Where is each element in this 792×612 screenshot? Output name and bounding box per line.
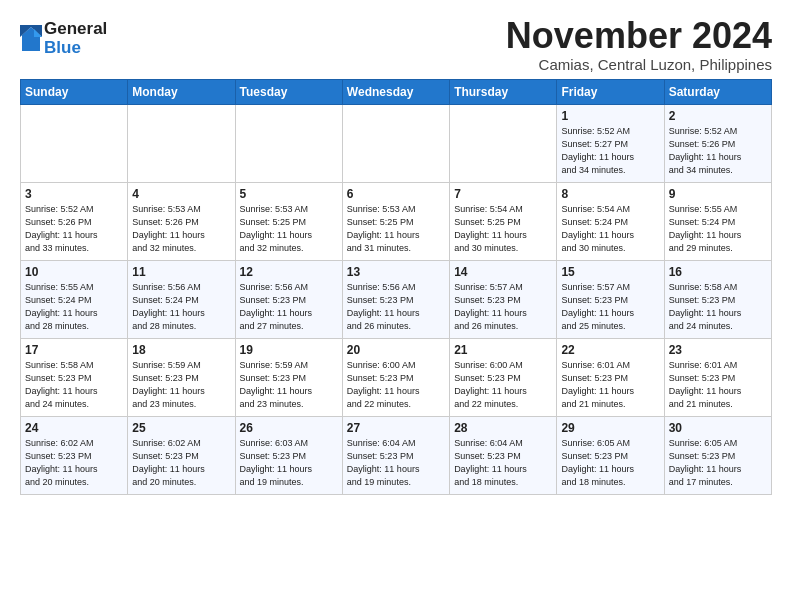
col-wednesday: Wednesday (342, 79, 449, 104)
logo-general: General (44, 20, 107, 39)
calendar-week-0: 1Sunrise: 5:52 AM Sunset: 5:27 PM Daylig… (21, 104, 772, 182)
location: Camias, Central Luzon, Philippines (506, 56, 772, 73)
calendar-cell: 16Sunrise: 5:58 AM Sunset: 5:23 PM Dayli… (664, 260, 771, 338)
calendar-week-4: 24Sunrise: 6:02 AM Sunset: 5:23 PM Dayli… (21, 416, 772, 494)
calendar-body: 1Sunrise: 5:52 AM Sunset: 5:27 PM Daylig… (21, 104, 772, 494)
day-info: Sunrise: 5:58 AM Sunset: 5:23 PM Dayligh… (25, 359, 123, 411)
day-info: Sunrise: 5:55 AM Sunset: 5:24 PM Dayligh… (25, 281, 123, 333)
calendar-cell (21, 104, 128, 182)
day-info: Sunrise: 6:05 AM Sunset: 5:23 PM Dayligh… (669, 437, 767, 489)
day-info: Sunrise: 5:54 AM Sunset: 5:24 PM Dayligh… (561, 203, 659, 255)
calendar-cell: 30Sunrise: 6:05 AM Sunset: 5:23 PM Dayli… (664, 416, 771, 494)
day-number: 15 (561, 265, 659, 279)
col-tuesday: Tuesday (235, 79, 342, 104)
day-number: 29 (561, 421, 659, 435)
day-info: Sunrise: 6:03 AM Sunset: 5:23 PM Dayligh… (240, 437, 338, 489)
day-number: 2 (669, 109, 767, 123)
page: General Blue November 2024 Camias, Centr… (0, 0, 792, 505)
day-info: Sunrise: 5:53 AM Sunset: 5:25 PM Dayligh… (240, 203, 338, 255)
calendar-cell (235, 104, 342, 182)
title-block: November 2024 Camias, Central Luzon, Phi… (506, 16, 772, 73)
day-info: Sunrise: 6:00 AM Sunset: 5:23 PM Dayligh… (454, 359, 552, 411)
day-number: 13 (347, 265, 445, 279)
calendar-cell: 4Sunrise: 5:53 AM Sunset: 5:26 PM Daylig… (128, 182, 235, 260)
calendar-cell: 24Sunrise: 6:02 AM Sunset: 5:23 PM Dayli… (21, 416, 128, 494)
calendar-table: Sunday Monday Tuesday Wednesday Thursday… (20, 79, 772, 495)
day-info: Sunrise: 6:04 AM Sunset: 5:23 PM Dayligh… (347, 437, 445, 489)
calendar-cell: 23Sunrise: 6:01 AM Sunset: 5:23 PM Dayli… (664, 338, 771, 416)
calendar-cell: 8Sunrise: 5:54 AM Sunset: 5:24 PM Daylig… (557, 182, 664, 260)
calendar-cell: 7Sunrise: 5:54 AM Sunset: 5:25 PM Daylig… (450, 182, 557, 260)
calendar-header: Sunday Monday Tuesday Wednesday Thursday… (21, 79, 772, 104)
col-thursday: Thursday (450, 79, 557, 104)
day-info: Sunrise: 5:53 AM Sunset: 5:26 PM Dayligh… (132, 203, 230, 255)
month-title: November 2024 (506, 16, 772, 56)
day-info: Sunrise: 5:59 AM Sunset: 5:23 PM Dayligh… (132, 359, 230, 411)
col-saturday: Saturday (664, 79, 771, 104)
calendar-week-3: 17Sunrise: 5:58 AM Sunset: 5:23 PM Dayli… (21, 338, 772, 416)
day-number: 18 (132, 343, 230, 357)
calendar-cell: 12Sunrise: 5:56 AM Sunset: 5:23 PM Dayli… (235, 260, 342, 338)
day-info: Sunrise: 5:58 AM Sunset: 5:23 PM Dayligh… (669, 281, 767, 333)
day-info: Sunrise: 6:05 AM Sunset: 5:23 PM Dayligh… (561, 437, 659, 489)
calendar-cell: 1Sunrise: 5:52 AM Sunset: 5:27 PM Daylig… (557, 104, 664, 182)
day-number: 19 (240, 343, 338, 357)
calendar-cell: 28Sunrise: 6:04 AM Sunset: 5:23 PM Dayli… (450, 416, 557, 494)
calendar-cell (342, 104, 449, 182)
day-info: Sunrise: 6:02 AM Sunset: 5:23 PM Dayligh… (25, 437, 123, 489)
calendar-cell: 3Sunrise: 5:52 AM Sunset: 5:26 PM Daylig… (21, 182, 128, 260)
day-info: Sunrise: 5:57 AM Sunset: 5:23 PM Dayligh… (561, 281, 659, 333)
day-number: 20 (347, 343, 445, 357)
day-number: 17 (25, 343, 123, 357)
day-info: Sunrise: 6:04 AM Sunset: 5:23 PM Dayligh… (454, 437, 552, 489)
col-friday: Friday (557, 79, 664, 104)
day-info: Sunrise: 6:00 AM Sunset: 5:23 PM Dayligh… (347, 359, 445, 411)
calendar-cell: 29Sunrise: 6:05 AM Sunset: 5:23 PM Dayli… (557, 416, 664, 494)
day-info: Sunrise: 6:01 AM Sunset: 5:23 PM Dayligh… (561, 359, 659, 411)
day-number: 4 (132, 187, 230, 201)
day-number: 1 (561, 109, 659, 123)
day-number: 22 (561, 343, 659, 357)
calendar-cell: 10Sunrise: 5:55 AM Sunset: 5:24 PM Dayli… (21, 260, 128, 338)
day-number: 12 (240, 265, 338, 279)
logo: General Blue (20, 20, 107, 57)
day-number: 7 (454, 187, 552, 201)
day-number: 24 (25, 421, 123, 435)
calendar-cell: 25Sunrise: 6:02 AM Sunset: 5:23 PM Dayli… (128, 416, 235, 494)
day-info: Sunrise: 5:59 AM Sunset: 5:23 PM Dayligh… (240, 359, 338, 411)
day-number: 5 (240, 187, 338, 201)
calendar-cell: 26Sunrise: 6:03 AM Sunset: 5:23 PM Dayli… (235, 416, 342, 494)
day-number: 26 (240, 421, 338, 435)
logo-text: General Blue (44, 20, 107, 57)
calendar-cell: 14Sunrise: 5:57 AM Sunset: 5:23 PM Dayli… (450, 260, 557, 338)
calendar-cell (450, 104, 557, 182)
day-number: 30 (669, 421, 767, 435)
day-number: 16 (669, 265, 767, 279)
day-number: 28 (454, 421, 552, 435)
calendar-cell: 22Sunrise: 6:01 AM Sunset: 5:23 PM Dayli… (557, 338, 664, 416)
logo-blue: Blue (44, 39, 107, 58)
day-info: Sunrise: 5:56 AM Sunset: 5:23 PM Dayligh… (240, 281, 338, 333)
day-number: 25 (132, 421, 230, 435)
calendar-cell: 6Sunrise: 5:53 AM Sunset: 5:25 PM Daylig… (342, 182, 449, 260)
calendar-cell: 18Sunrise: 5:59 AM Sunset: 5:23 PM Dayli… (128, 338, 235, 416)
day-info: Sunrise: 6:02 AM Sunset: 5:23 PM Dayligh… (132, 437, 230, 489)
calendar-cell (128, 104, 235, 182)
calendar-cell: 27Sunrise: 6:04 AM Sunset: 5:23 PM Dayli… (342, 416, 449, 494)
logo-icon (20, 25, 42, 53)
day-info: Sunrise: 5:52 AM Sunset: 5:26 PM Dayligh… (25, 203, 123, 255)
day-info: Sunrise: 5:53 AM Sunset: 5:25 PM Dayligh… (347, 203, 445, 255)
col-monday: Monday (128, 79, 235, 104)
day-number: 3 (25, 187, 123, 201)
day-number: 14 (454, 265, 552, 279)
calendar-cell: 20Sunrise: 6:00 AM Sunset: 5:23 PM Dayli… (342, 338, 449, 416)
calendar-cell: 15Sunrise: 5:57 AM Sunset: 5:23 PM Dayli… (557, 260, 664, 338)
day-info: Sunrise: 5:55 AM Sunset: 5:24 PM Dayligh… (669, 203, 767, 255)
day-info: Sunrise: 5:57 AM Sunset: 5:23 PM Dayligh… (454, 281, 552, 333)
header-row: Sunday Monday Tuesday Wednesday Thursday… (21, 79, 772, 104)
day-number: 23 (669, 343, 767, 357)
col-sunday: Sunday (21, 79, 128, 104)
calendar-cell: 17Sunrise: 5:58 AM Sunset: 5:23 PM Dayli… (21, 338, 128, 416)
day-info: Sunrise: 5:54 AM Sunset: 5:25 PM Dayligh… (454, 203, 552, 255)
calendar-cell: 2Sunrise: 5:52 AM Sunset: 5:26 PM Daylig… (664, 104, 771, 182)
